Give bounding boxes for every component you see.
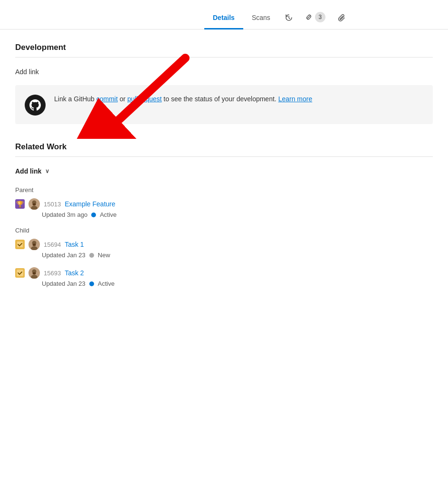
development-section: Development Add link Link a GitHub commi… [15, 43, 433, 124]
main-content: Development Add link Link a GitHub commi… [0, 29, 448, 309]
child1-status-dot [89, 253, 94, 258]
tab-scans[interactable]: Scans [243, 9, 279, 29]
child1-item-title[interactable]: Task 1 [65, 241, 84, 248]
parent-item-id: 15013 [44, 201, 61, 208]
github-learn-more-link[interactable]: Learn more [278, 95, 313, 103]
tab-details[interactable]: Details [204, 9, 243, 29]
child-section: Child [15, 227, 433, 287]
parent-status-dot [91, 213, 96, 217]
development-divider [15, 57, 433, 58]
github-commit-link[interactable]: commit [96, 95, 118, 103]
child-work-item-1: 15694 Task 1 Updated Jan 23 New [15, 239, 433, 259]
child2-item-id: 15693 [44, 270, 61, 277]
child1-item-row1: 15694 Task 1 [15, 239, 433, 250]
related-work-section: Related Work Add link ∨ Parent 🏆 [15, 142, 433, 287]
svg-point-1 [25, 95, 46, 116]
tab-bar: Details Scans 3 [0, 0, 448, 29]
svg-text:🏆: 🏆 [16, 200, 24, 208]
links-count-badge: 3 [315, 12, 325, 22]
parent-item-title[interactable]: Example Feature [65, 200, 115, 208]
parent-label: Parent [15, 186, 433, 194]
child2-item-row2: Updated Jan 23 Active [15, 280, 433, 287]
svg-point-19 [33, 272, 36, 275]
development-title: Development [15, 43, 433, 52]
child1-item-id: 15694 [44, 241, 61, 248]
parent-item-row1: 🏆 15013 Example Feature [15, 198, 433, 210]
github-icon [25, 95, 46, 116]
related-work-add-link-button[interactable]: Add link ∨ [15, 165, 49, 177]
child-work-item-2: 15693 Task 2 Updated Jan 23 Active [15, 267, 433, 287]
child1-item-row2: Updated Jan 23 New [15, 252, 433, 259]
parent-item-row2: Updated 3m ago Active [15, 211, 433, 218]
parent-item-avatar [29, 198, 40, 210]
child2-item-title[interactable]: Task 2 [65, 269, 84, 277]
development-add-link-button[interactable]: Add link [15, 66, 39, 78]
child2-status-dot [89, 281, 94, 286]
parent-work-item: 🏆 15013 Example Feature U [15, 198, 433, 218]
svg-point-13 [33, 244, 36, 246]
task-icon-2 [15, 268, 25, 278]
github-info-text: Link a GitHub commit or pull request to … [54, 94, 312, 104]
feature-trophy-icon: 🏆 [15, 199, 25, 209]
github-info-box: Link a GitHub commit or pull request to … [15, 85, 433, 124]
child2-item-avatar [29, 267, 40, 279]
child-label: Child [15, 227, 433, 234]
chevron-down-icon: ∨ [45, 168, 49, 174]
svg-point-7 [33, 204, 36, 206]
child1-item-avatar [29, 239, 40, 250]
github-pr-link[interactable]: pull request [127, 95, 162, 103]
tab-attachment[interactable] [332, 10, 352, 29]
tab-history[interactable] [279, 10, 299, 29]
related-work-divider [15, 156, 433, 157]
task-icon-1 [15, 240, 25, 249]
child2-item-row1: 15693 Task 2 [15, 267, 433, 279]
related-work-title: Related Work [15, 142, 433, 152]
tab-links[interactable]: 3 [299, 8, 332, 29]
